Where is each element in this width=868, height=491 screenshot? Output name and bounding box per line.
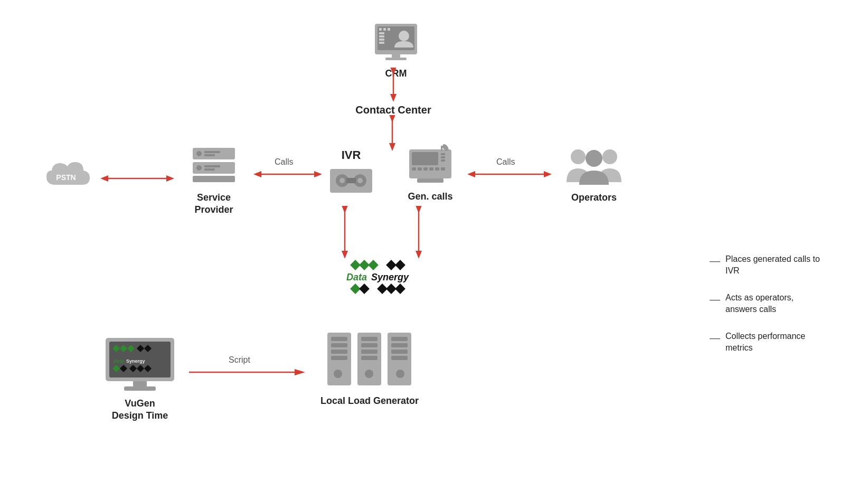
operators-icon bbox=[562, 145, 626, 187]
svg-point-33 bbox=[339, 178, 345, 183]
svg-marker-60 bbox=[416, 251, 422, 259]
svg-marker-51 bbox=[544, 171, 552, 177]
svg-marker-61 bbox=[416, 206, 422, 213]
svg-rect-96 bbox=[391, 356, 408, 360]
arrow-crm-contact bbox=[388, 68, 399, 102]
svg-rect-45 bbox=[429, 167, 433, 171]
ivr-top-label: IVR bbox=[342, 148, 361, 163]
svg-rect-44 bbox=[423, 167, 428, 171]
svg-point-35 bbox=[357, 178, 363, 183]
arrow-vugen-llg: Script bbox=[189, 367, 305, 377]
svg-rect-22 bbox=[204, 154, 215, 156]
service-provider-node: ServiceProvider bbox=[174, 145, 253, 216]
legend-text-3: Collects performance metrics bbox=[725, 331, 826, 354]
svg-text:Synergy: Synergy bbox=[126, 358, 145, 364]
legend: — Places generated calls to IVR — Acts a… bbox=[710, 253, 826, 369]
ds-diamonds-row1 bbox=[352, 261, 404, 269]
svg-point-9 bbox=[399, 31, 409, 41]
crm-icon bbox=[372, 21, 420, 63]
svg-rect-77 bbox=[124, 386, 156, 391]
legend-dash-1: — bbox=[710, 253, 720, 268]
calls-sp-ivr-label: Calls bbox=[275, 157, 294, 167]
svg-marker-30 bbox=[253, 171, 261, 177]
svg-rect-4 bbox=[388, 28, 390, 31]
svg-rect-27 bbox=[193, 176, 235, 182]
svg-rect-36 bbox=[346, 178, 356, 183]
ds-text-data: Data bbox=[346, 272, 367, 283]
legend-item-2: — Acts as operators, answers calls bbox=[710, 292, 826, 316]
vugen-icon: Data Synergy bbox=[103, 335, 177, 393]
svg-rect-88 bbox=[361, 343, 378, 347]
legend-dash-2: — bbox=[710, 292, 720, 307]
legend-item-3: — Collects performance metrics bbox=[710, 331, 826, 354]
svg-rect-21 bbox=[204, 151, 220, 153]
arrow-cc-ivr bbox=[387, 115, 398, 151]
svg-rect-41 bbox=[441, 159, 445, 162]
svg-marker-58 bbox=[342, 206, 348, 213]
arrow-ivr-ds-left bbox=[339, 206, 350, 259]
script-label: Script bbox=[229, 355, 250, 365]
svg-rect-7 bbox=[379, 39, 384, 41]
gen-calls-label: Gen. calls bbox=[408, 191, 452, 203]
svg-rect-82 bbox=[331, 343, 347, 347]
svg-marker-100 bbox=[389, 115, 395, 122]
ds-diamond-b6 bbox=[395, 284, 405, 294]
svg-rect-5 bbox=[379, 32, 384, 34]
svg-rect-46 bbox=[435, 167, 439, 171]
svg-point-85 bbox=[334, 370, 342, 378]
svg-marker-18 bbox=[100, 175, 108, 182]
ds-diamond-g3 bbox=[368, 260, 379, 270]
local-load-gen-node: Local Load Generator bbox=[306, 327, 433, 407]
service-provider-icon bbox=[187, 145, 240, 187]
svg-rect-8 bbox=[379, 42, 384, 44]
local-load-gen-label: Local Load Generator bbox=[320, 395, 419, 407]
svg-rect-95 bbox=[391, 350, 408, 354]
svg-point-20 bbox=[196, 151, 202, 156]
svg-rect-6 bbox=[379, 35, 384, 37]
service-provider-label: ServiceProvider bbox=[194, 192, 233, 216]
operators-node: Operators bbox=[554, 145, 634, 204]
calls-gencalls-operators-label: Calls bbox=[496, 157, 515, 167]
ds-diamond-b2 bbox=[395, 260, 405, 270]
svg-marker-52 bbox=[467, 171, 475, 177]
svg-point-97 bbox=[396, 370, 404, 378]
svg-rect-43 bbox=[418, 167, 422, 171]
pstn-node: PSTN bbox=[32, 156, 100, 197]
svg-rect-94 bbox=[391, 343, 408, 347]
svg-marker-13 bbox=[390, 94, 397, 102]
svg-marker-14 bbox=[390, 68, 397, 75]
svg-marker-79 bbox=[295, 369, 305, 375]
legend-dash-3: — bbox=[710, 331, 720, 345]
arrow-sp-ivr: Calls bbox=[253, 169, 322, 180]
vugen-node: Data Synergy VuGenDesign Time bbox=[92, 335, 187, 422]
ivr-icon bbox=[327, 166, 375, 195]
svg-marker-17 bbox=[166, 175, 174, 182]
ds-diamond-b3 bbox=[359, 284, 370, 294]
svg-rect-2 bbox=[379, 28, 382, 31]
svg-text:Data: Data bbox=[114, 358, 124, 364]
svg-marker-29 bbox=[314, 171, 322, 177]
legend-text-2: Acts as operators, answers calls bbox=[725, 292, 826, 316]
legend-item-1: — Places generated calls to IVR bbox=[710, 253, 826, 277]
operators-label: Operators bbox=[571, 192, 617, 204]
svg-point-54 bbox=[602, 149, 617, 164]
ivr-node: IVR bbox=[322, 148, 380, 200]
svg-rect-84 bbox=[331, 356, 347, 360]
svg-point-53 bbox=[571, 149, 586, 164]
local-load-gen-icon bbox=[322, 327, 417, 391]
svg-point-55 bbox=[586, 150, 602, 167]
svg-rect-38 bbox=[412, 152, 438, 165]
data-synergy-node: Data Synergy bbox=[317, 261, 438, 294]
svg-rect-3 bbox=[383, 28, 386, 31]
svg-text:PSTN: PSTN bbox=[56, 173, 76, 182]
svg-rect-89 bbox=[361, 350, 378, 354]
svg-rect-40 bbox=[441, 156, 445, 158]
svg-rect-26 bbox=[204, 168, 215, 171]
pstn-icon: PSTN bbox=[37, 156, 95, 193]
svg-rect-76 bbox=[133, 381, 147, 386]
arrow-pstn-sp bbox=[100, 173, 174, 184]
svg-rect-81 bbox=[331, 337, 347, 341]
svg-rect-48 bbox=[441, 146, 442, 151]
svg-point-24 bbox=[196, 165, 202, 171]
arrow-gencalls-ds-right bbox=[413, 206, 424, 259]
